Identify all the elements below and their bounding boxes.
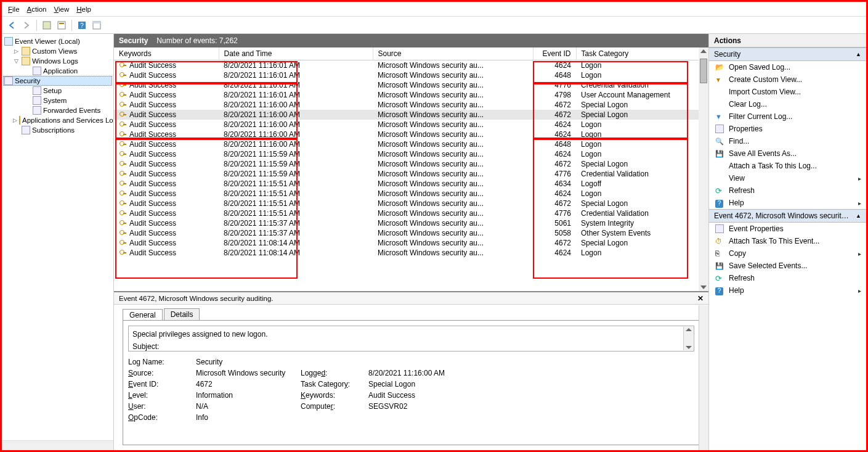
detail-vscroll[interactable] [699,305,708,450]
action-sec-item-11[interactable]: Help [709,197,866,209]
event-list-vscroll[interactable] [699,47,708,291]
event-row[interactable]: Audit Success8/20/2021 11:16:01 AMMicros… [114,90,708,100]
back-button[interactable] [6,19,18,31]
event-row[interactable]: Audit Success8/20/2021 11:16:00 AMMicros… [114,129,708,139]
event-row[interactable]: Audit Success8/20/2021 11:15:59 AMMicros… [114,169,708,179]
tree-log-forwarded[interactable]: Forwarded Events [3,105,112,115]
cell-eventid: 4672 [533,238,576,248]
desc-scroll[interactable] [683,327,693,350]
tree-custom-views[interactable]: ▷Custom Views [3,46,112,56]
event-row[interactable]: Audit Success8/20/2021 11:16:00 AMMicros… [114,120,708,129]
event-row[interactable]: Audit Success8/20/2021 11:16:01 AMMicros… [114,60,708,71]
cell-datetime: 8/20/2021 11:15:51 AM [219,179,373,189]
tab-general[interactable]: General [123,309,163,321]
event-row[interactable]: Audit Success8/20/2021 11:15:37 AMMicros… [114,218,708,228]
event-list[interactable]: Keywords Date and Time Source Event ID T… [114,47,708,291]
action-evt-item-3[interactable]: Save Selected Events... [709,260,866,272]
tree-root[interactable]: Event Viewer (Local) [3,36,112,46]
cell-datetime: 8/20/2021 11:16:01 AM [219,90,373,100]
col-task[interactable]: Task Category [576,47,708,60]
tree-apps-services[interactable]: ▷Applications and Services Lo [3,115,112,125]
properties-button[interactable] [55,19,68,31]
collapse-icon[interactable]: ▲ [856,213,861,219]
svg-rect-1 [58,22,65,29]
cell-datetime: 8/20/2021 11:16:00 AM [219,120,373,129]
event-row[interactable]: Audit Success8/20/2021 11:16:00 AMMicros… [114,110,708,120]
tab-details[interactable]: Details [164,308,200,320]
col-source[interactable]: Source [373,47,533,60]
event-row[interactable]: Audit Success8/20/2021 11:15:37 AMMicros… [114,228,708,238]
lbl-computer: Computer: [301,402,362,411]
actions-section-security[interactable]: Security▲ [709,47,866,61]
folder-icon [22,57,30,65]
tree-hscroll[interactable] [2,440,113,450]
action-evt-item-5[interactable]: Help [709,284,866,297]
subscriptions-icon [22,126,30,134]
cell-source: Microsoft Windows security au... [373,248,533,258]
tree-log-setup[interactable]: Setup [3,86,112,96]
cell-keywords: Audit Success [129,91,176,99]
event-row[interactable]: Audit Success8/20/2021 11:16:01 AMMicros… [114,70,708,80]
cell-datetime: 8/20/2021 11:16:00 AM [219,139,373,149]
tree-log-application[interactable]: Application [3,66,112,76]
action-label: Find... [729,137,749,146]
collapse-icon[interactable]: ▲ [856,51,861,57]
event-row[interactable]: Audit Success8/20/2021 11:16:00 AMMicros… [114,139,708,149]
action-label: View [729,174,745,183]
forward-button[interactable] [20,19,33,31]
action-sec-item-10[interactable]: Refresh [709,184,866,197]
val-opcode: Info [196,413,294,422]
event-row[interactable]: Audit Success8/20/2021 11:16:01 AMMicros… [114,80,708,90]
action-sec-item-5[interactable]: Properties [709,123,866,135]
menu-help[interactable]: Help [76,6,91,13]
event-row[interactable]: Audit Success8/20/2021 11:08:14 AMMicros… [114,248,708,258]
toolbar: ? [2,17,866,34]
col-datetime[interactable]: Date and Time [219,47,373,60]
action-evt-item-4[interactable]: Refresh [709,272,866,284]
lbl-level: Level: [128,391,190,400]
action-sec-item-0[interactable]: Open Saved Log... [709,61,866,73]
show-tree-button[interactable] [41,19,53,31]
collapse-icon[interactable]: ▽ [13,58,20,65]
action-sec-item-8[interactable]: Attach a Task To this Log... [709,160,866,172]
expand-icon[interactable]: ▷ [13,48,20,55]
cell-datetime: 8/20/2021 11:15:51 AM [219,189,373,199]
event-row[interactable]: Audit Success8/20/2021 11:15:51 AMMicros… [114,189,708,199]
action-evt-item-2[interactable]: Copy [709,247,866,260]
event-row[interactable]: Audit Success8/20/2021 11:15:51 AMMicros… [114,179,708,189]
menu-view[interactable]: View [54,6,70,13]
key-icon [119,210,127,218]
event-row[interactable]: Audit Success8/20/2021 11:16:00 AMMicros… [114,100,708,110]
cell-datetime: 8/20/2021 11:16:00 AM [219,100,373,110]
action-sec-item-7[interactable]: Save All Events As... [709,147,866,160]
tree-log-system[interactable]: System [3,96,112,105]
expand-icon[interactable]: ▷ [13,117,17,124]
action-sec-item-6[interactable]: Find... [709,135,866,147]
event-row[interactable]: Audit Success8/20/2021 11:15:59 AMMicros… [114,149,708,159]
event-row[interactable]: Audit Success8/20/2021 11:15:51 AMMicros… [114,208,708,218]
action-sec-item-9[interactable]: View [709,172,866,184]
col-eventid[interactable]: Event ID [533,47,576,60]
action-sec-item-1[interactable]: Create Custom View... [709,73,866,86]
action-sec-item-4[interactable]: Filter Current Log... [709,110,866,123]
event-row[interactable]: Audit Success8/20/2021 11:15:51 AMMicros… [114,199,708,208]
col-keywords[interactable]: Keywords [114,47,219,60]
cell-keywords: Audit Success [129,229,176,237]
action-sec-item-2[interactable]: Import Custom View... [709,86,866,98]
event-row[interactable]: Audit Success8/20/2021 11:15:59 AMMicros… [114,159,708,169]
cell-source: Microsoft Windows security au... [373,199,533,208]
actions-section-event[interactable]: Event 4672, Microsoft Windows security a… [709,209,866,223]
action-evt-item-1[interactable]: Attach Task To This Event... [709,235,866,247]
cell-eventid: 4624 [533,248,576,258]
close-detail-button[interactable]: ✕ [697,294,704,303]
tree-log-security[interactable]: Security [3,76,112,86]
menu-file[interactable]: File [8,6,20,13]
help-button[interactable]: ? [76,19,88,31]
event-row[interactable]: Audit Success8/20/2021 11:08:14 AMMicros… [114,238,708,248]
preview-button[interactable] [91,19,103,31]
tree-subscriptions[interactable]: Subscriptions [3,125,112,135]
action-evt-item-0[interactable]: Event Properties [709,223,866,235]
menu-action[interactable]: Action [27,6,47,13]
tree-windows-logs[interactable]: ▽Windows Logs [3,56,112,66]
action-sec-item-3[interactable]: Clear Log... [709,98,866,110]
